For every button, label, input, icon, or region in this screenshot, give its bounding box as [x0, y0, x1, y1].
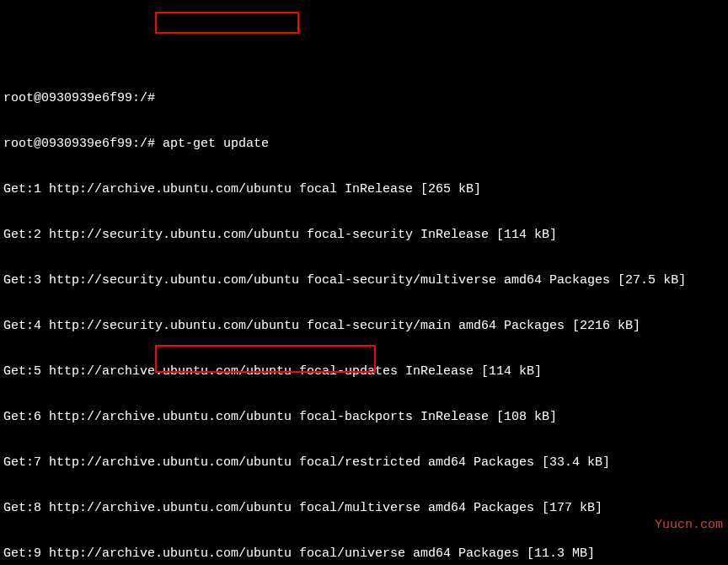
terminal-line: Get:6 http://archive.ubuntu.com/ubuntu f…	[3, 410, 725, 425]
terminal-output[interactable]: root@0930939e6f99:/# root@0930939e6f99:/…	[0, 61, 728, 565]
terminal-line: Get:9 http://archive.ubuntu.com/ubuntu f…	[3, 546, 725, 562]
terminal-line: Get:7 http://archive.ubuntu.com/ubuntu f…	[3, 455, 725, 471]
annotation-box-update	[155, 12, 299, 34]
terminal-line: Get:5 http://archive.ubuntu.com/ubuntu f…	[3, 364, 725, 379]
watermark-text: Yuucn.com	[655, 518, 723, 533]
terminal-line: root@0930939e6f99:/#	[3, 91, 725, 106]
terminal-line: Get:4 http://security.ubuntu.com/ubuntu …	[3, 319, 725, 334]
terminal-line: Get:2 http://security.ubuntu.com/ubuntu …	[3, 228, 725, 243]
terminal-line: Get:8 http://archive.ubuntu.com/ubuntu f…	[3, 501, 725, 516]
terminal-line: root@0930939e6f99:/# apt-get update	[3, 137, 725, 152]
terminal-line: Get:1 http://archive.ubuntu.com/ubuntu f…	[3, 182, 725, 197]
terminal-line: Get:3 http://security.ubuntu.com/ubuntu …	[3, 273, 725, 288]
